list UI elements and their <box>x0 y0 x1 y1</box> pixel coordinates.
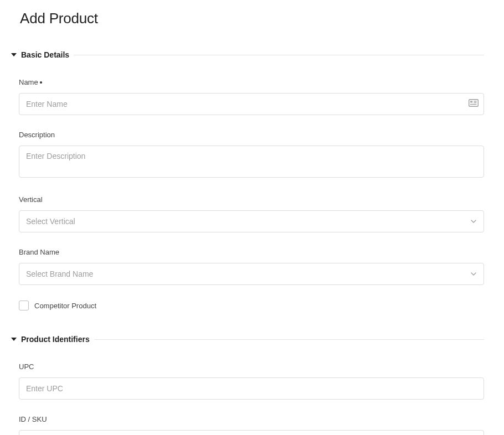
field-sku: ID / SKU <box>19 415 484 435</box>
caret-down-icon <box>11 53 17 56</box>
label-description: Description <box>19 131 484 139</box>
label-competitor: Competitor Product <box>34 302 96 310</box>
caret-down-icon <box>11 338 17 341</box>
brand-select[interactable]: Select Brand Name <box>19 263 484 285</box>
label-vertical: Vertical <box>19 195 484 204</box>
section-header-basic[interactable]: Basic Details <box>11 50 484 59</box>
section-product-identifiers: Product Identifiers UPC ID / SKU <box>11 335 484 435</box>
section-title-basic: Basic Details <box>21 50 69 59</box>
vertical-select[interactable]: Select Vertical <box>19 210 484 232</box>
field-competitor: Competitor Product <box>19 301 484 310</box>
label-sku: ID / SKU <box>19 415 484 423</box>
field-description: Description <box>19 131 484 180</box>
competitor-checkbox[interactable] <box>19 301 29 310</box>
label-name: Name <box>19 78 484 86</box>
field-upc: UPC <box>19 362 484 400</box>
section-header-identifiers[interactable]: Product Identifiers <box>11 335 484 344</box>
description-input[interactable] <box>19 146 484 178</box>
section-title-identifiers: Product Identifiers <box>21 335 90 344</box>
name-input[interactable] <box>19 93 484 115</box>
required-indicator-icon <box>40 81 42 84</box>
label-upc: UPC <box>19 362 484 371</box>
upc-input[interactable] <box>19 377 484 400</box>
field-brand: Brand Name Select Brand Name <box>19 248 484 285</box>
field-vertical: Vertical Select Vertical <box>19 195 484 232</box>
section-divider <box>74 55 484 55</box>
section-divider <box>94 339 484 340</box>
page-title: Add Product <box>20 10 484 27</box>
sku-input[interactable] <box>19 430 484 435</box>
label-brand: Brand Name <box>19 248 484 256</box>
field-name: Name <box>19 78 484 115</box>
section-basic-details: Basic Details Name <box>11 50 484 310</box>
